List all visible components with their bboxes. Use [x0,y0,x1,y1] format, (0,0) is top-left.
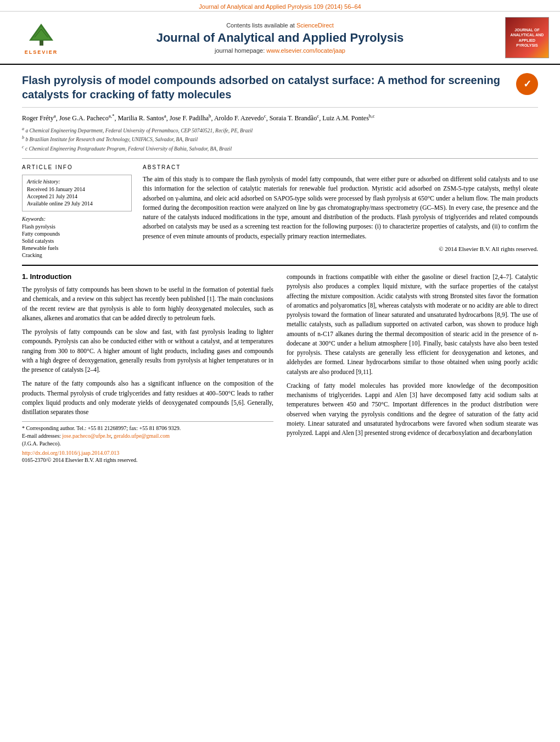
article-title: Flash pyrolysis of model compounds adsor… [22,73,508,102]
intro-paragraph-1: The pyrolysis of fatty compounds has bee… [22,285,273,323]
sciencedirect-link[interactable]: ScienceDirect [296,22,334,29]
body-left-column: 1. Introduction The pyrolysis of fatty c… [22,272,273,463]
copyright-line: © 2014 Elsevier B.V. All rights reserved… [143,246,538,252]
elsevier-logo-section: ELSEVIER [11,21,71,55]
homepage-link[interactable]: www.elsevier.com/locate/jaap [266,47,345,54]
article-info-title: ARTICLE INFO [22,164,132,170]
journal-header: ELSEVIER Contents lists available at Sci… [0,12,560,65]
main-content: Flash pyrolysis of model compounds adsor… [0,65,560,468]
keywords-box: Keywords: Flash pyrolysis Fatty compound… [22,216,132,258]
doi-section: http://dx.doi.org/10.1016/j.jaap.2014.07… [22,450,273,463]
article-info-abstract-section: ARTICLE INFO Article history: Received 1… [22,158,538,259]
corresponding-author-note: * Corresponding author. Tel.: +55 81 212… [22,425,273,431]
affiliations: a a Chemical Engineering Department, Fed… [22,126,538,153]
doi-anchor[interactable]: http://dx.doi.org/10.1016/j.jaap.2014.07… [22,450,119,456]
email-link-2[interactable]: geraldo.ufpe@gmail.com [114,433,170,439]
journal-name: Journal of Analytical and Applied Pyroly… [71,31,489,45]
keywords-title: Keywords: [22,216,132,222]
intro-paragraph-3: The nature of the fatty compounds also h… [22,379,273,417]
article-history-box: Article history: Received 16 January 201… [22,175,132,211]
received-date: Received 16 January 2014 [27,186,127,192]
available-date: Available online 29 July 2014 [27,200,127,207]
article-info-column: ARTICLE INFO Article history: Received 1… [22,164,132,259]
keyword-cracking: Cracking [22,252,132,258]
affiliation-a: a a Chemical Engineering Department, Fed… [22,126,538,135]
journal-reference: Journal of Analytical and Applied Pyroly… [0,0,560,12]
body-section: 1. Introduction The pyrolysis of fatty c… [22,265,538,463]
journal-cover-image: JOURNAL OFANALYTICAL ANDAPPLIEDPYROLYSIS [505,17,549,58]
article-title-section: Flash pyrolysis of model compounds adsor… [22,73,538,108]
affiliation-c: c c Chemical Engineering Postgraduate Pr… [22,144,538,153]
keyword-fatty-compounds: Fatty compounds [22,231,132,237]
contents-line: Contents lists available at ScienceDirec… [71,22,489,29]
journal-homepage: journal homepage: www.elsevier.com/locat… [71,47,489,54]
email-link-1[interactable]: jose.pacheco@ufpe.br [62,433,111,439]
journal-title-section: Contents lists available at ScienceDirec… [71,22,489,54]
intro-paragraph-5: Cracking of fatty model molecules has pr… [287,381,538,438]
article-history-title: Article history: [27,178,127,185]
accepted-date: Accepted 21 July 2014 [27,193,127,199]
body-right-column: compounds in fractions compatible with e… [287,272,538,463]
svg-rect-0 [40,40,43,46]
keyword-flash-pyrolysis: Flash pyrolysis [22,224,132,230]
abstract-section: ABSTRACT The aim of this study is to com… [143,164,538,259]
journal-logo-section: JOURNAL OFANALYTICAL ANDAPPLIEDPYROLYSIS [489,17,549,58]
section1-title: 1. Introduction [22,272,273,281]
crossmark-logo[interactable]: ✓ [516,73,538,95]
keyword-renewable-fuels: Renewable fuels [22,245,132,251]
footnote-section: * Corresponding author. Tel.: +55 81 212… [22,421,273,447]
authors-line: Roger Frétya, Jose G.A. Pachecoa,*, Mari… [22,113,538,122]
abstract-text: The aim of this study is to compare the … [143,175,538,241]
elsevier-tree-icon [24,21,59,48]
intro-paragraph-4: compounds in fractions compatible with e… [287,272,538,377]
author-name-note: (J.G.A. Pacheco). [22,440,273,447]
doi-link[interactable]: http://dx.doi.org/10.1016/j.jaap.2014.07… [22,450,273,456]
two-column-body: 1. Introduction The pyrolysis of fatty c… [22,272,538,463]
abstract-title: ABSTRACT [143,164,538,170]
elsevier-wordmark: ELSEVIER [25,49,58,55]
crossmark-check-icon: ✓ [523,78,531,90]
keyword-solid-catalysts: Solid catalysts [22,238,132,244]
email-note: E-mail addresses: jose.pacheco@ufpe.br, … [22,433,273,439]
intro-paragraph-2: The pyrolysis of fatty compounds can be … [22,327,273,375]
rights-text: 0165-2370/© 2014 Elsevier B.V. All right… [22,457,273,463]
affiliation-b: b b Brazilian Institute for Research and… [22,135,538,143]
